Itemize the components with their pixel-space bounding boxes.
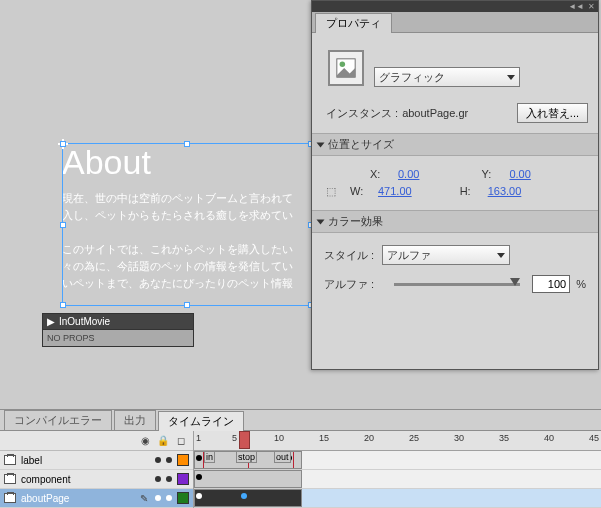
resize-handle[interactable] bbox=[184, 302, 190, 308]
section-position-size[interactable]: 位置とサイズ bbox=[312, 133, 598, 156]
x-label: X: bbox=[370, 168, 392, 180]
link-constrain-icon[interactable]: ⬚ bbox=[324, 184, 338, 198]
debug-popup[interactable]: ▶ InOutMovie NO PROPS bbox=[42, 313, 194, 347]
tab-timeline[interactable]: タイムライン bbox=[158, 411, 244, 431]
alpha-value[interactable] bbox=[532, 275, 570, 293]
swap-button[interactable]: 入れ替え... bbox=[517, 103, 588, 123]
panel-tabs: プロパティ bbox=[312, 12, 598, 33]
color-swatch[interactable] bbox=[177, 454, 189, 466]
about-body: 現在、世の中は空前のペットブームと言われて 入し、ペットからもたらされる癒しを求… bbox=[62, 190, 312, 292]
resize-handle[interactable] bbox=[60, 302, 66, 308]
about-text-block[interactable]: About 現在、世の中は空前のペットブームと言われて 入し、ペットからもたらさ… bbox=[62, 143, 312, 292]
alpha-label: アルファ : bbox=[324, 277, 382, 292]
bottom-panel: コンパイルエラー 出力 タイムライン ◉ 🔒 ◻ label component bbox=[0, 409, 601, 508]
pencil-icon: ✎ bbox=[138, 492, 150, 504]
h-label: H: bbox=[460, 185, 482, 197]
lock-icon[interactable]: 🔒 bbox=[157, 435, 169, 447]
w-label: W: bbox=[350, 185, 372, 197]
h-value[interactable]: 163.00 bbox=[488, 185, 522, 197]
w-value[interactable]: 471.00 bbox=[378, 185, 412, 197]
tab-properties[interactable]: プロパティ bbox=[315, 13, 392, 33]
play-icon: ▶ bbox=[47, 316, 55, 327]
section-color-effect[interactable]: カラー効果 bbox=[312, 210, 598, 233]
debug-body: NO PROPS bbox=[43, 330, 193, 346]
eye-icon[interactable]: ◉ bbox=[139, 435, 151, 447]
symbol-type-select[interactable]: グラフィック bbox=[374, 67, 520, 87]
tab-compile-errors[interactable]: コンパイルエラー bbox=[4, 410, 112, 430]
color-swatch[interactable] bbox=[177, 492, 189, 504]
graphic-symbol-icon bbox=[328, 50, 364, 86]
layer-row-component[interactable]: component bbox=[0, 470, 193, 489]
track-label[interactable]: in stop out bbox=[194, 451, 601, 470]
panel-titlebar[interactable]: ◄◄ ✕ bbox=[312, 1, 598, 12]
chevron-down-icon bbox=[497, 253, 505, 258]
outline-icon[interactable]: ◻ bbox=[175, 435, 187, 447]
alpha-slider[interactable] bbox=[394, 283, 520, 286]
y-label: Y: bbox=[481, 168, 503, 180]
layer-icon bbox=[4, 474, 16, 484]
debug-header: ▶ InOutMovie bbox=[43, 314, 193, 330]
y-value[interactable]: 0.00 bbox=[509, 168, 530, 180]
layer-icon bbox=[4, 455, 16, 465]
chevron-down-icon bbox=[507, 75, 515, 80]
instance-value: aboutPage.gr bbox=[402, 107, 468, 119]
instance-label: インスタンス : bbox=[326, 106, 398, 121]
layer-row-label[interactable]: label bbox=[0, 451, 193, 470]
properties-panel: ◄◄ ✕ プロパティ グラフィック インスタンス : aboutPage.gr … bbox=[311, 0, 599, 370]
twirl-icon bbox=[317, 142, 325, 147]
tab-output[interactable]: 出力 bbox=[114, 410, 156, 430]
track-component[interactable] bbox=[194, 470, 601, 489]
slider-thumb-icon[interactable] bbox=[510, 278, 520, 286]
layer-list: ◉ 🔒 ◻ label component aboutPage ✎ bbox=[0, 431, 194, 508]
style-label: スタイル : bbox=[324, 248, 376, 263]
x-value[interactable]: 0.00 bbox=[398, 168, 419, 180]
layer-header: ◉ 🔒 ◻ bbox=[0, 431, 193, 451]
track-aboutpage[interactable] bbox=[194, 489, 601, 508]
close-icon[interactable]: ✕ bbox=[588, 3, 595, 11]
collapse-icon[interactable]: ◄◄ bbox=[568, 3, 584, 11]
twirl-icon bbox=[317, 219, 325, 224]
bottom-tabs: コンパイルエラー 出力 タイムライン bbox=[0, 410, 601, 431]
playhead[interactable] bbox=[239, 431, 250, 449]
color-swatch[interactable] bbox=[177, 473, 189, 485]
layer-icon bbox=[4, 493, 16, 503]
frame-ruler[interactable]: 1 5 10 15 20 25 30 35 40 45 bbox=[194, 431, 601, 451]
frames-area[interactable]: 1 5 10 15 20 25 30 35 40 45 in stop out bbox=[194, 431, 601, 508]
svg-point-1 bbox=[340, 62, 346, 68]
color-style-select[interactable]: アルファ bbox=[382, 245, 510, 265]
about-title: About bbox=[62, 143, 312, 182]
layer-row-aboutpage[interactable]: aboutPage ✎ bbox=[0, 489, 193, 508]
percent-label: % bbox=[576, 278, 586, 290]
